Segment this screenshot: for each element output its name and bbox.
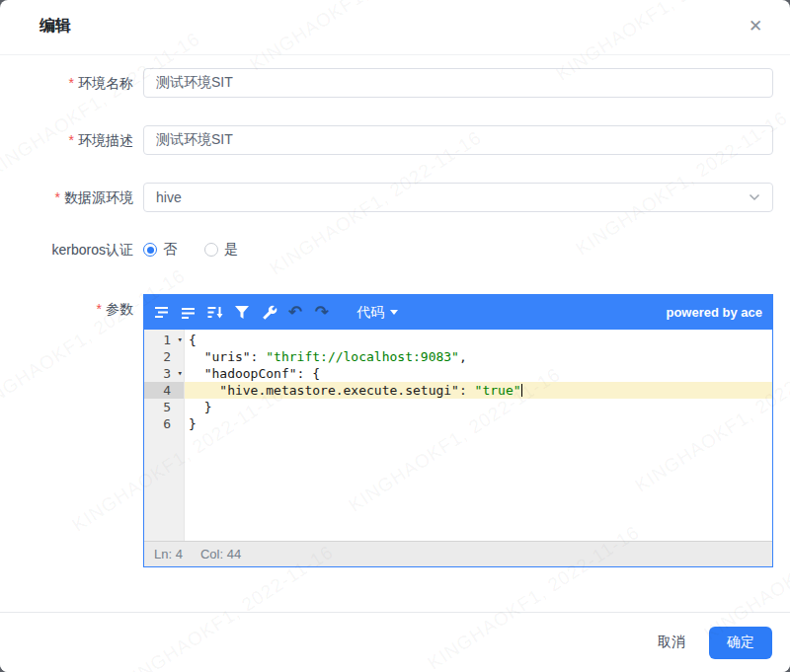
- dialog-footer: 取消 确定: [0, 612, 790, 672]
- compact-icon: [180, 304, 198, 321]
- env-desc-label: *环境描述: [0, 125, 133, 155]
- required-asterisk: *: [97, 301, 102, 317]
- format-button[interactable]: [150, 301, 174, 325]
- redo-icon: ↷: [315, 304, 329, 321]
- cancel-button[interactable]: 取消: [644, 626, 699, 659]
- sort-button[interactable]: [203, 301, 227, 325]
- form-row-env-name: *环境名称: [0, 68, 790, 98]
- redo-button[interactable]: ↷: [310, 301, 334, 325]
- dialog-title: 编辑: [40, 17, 71, 34]
- json-editor: ↶ ↷ 代码 powered by ace 1▾23▾456 {: [143, 294, 773, 567]
- wrench-icon: [260, 304, 277, 321]
- status-line: Ln: 4: [154, 547, 183, 561]
- kerberos-radio-group: 否 是: [143, 240, 773, 260]
- close-icon: ✕: [749, 16, 762, 37]
- gutter-line-number[interactable]: 4: [144, 382, 184, 399]
- code-line[interactable]: "hadoopConf": {: [185, 365, 772, 382]
- form-row-kerberos: kerboros认证 否 是: [0, 240, 790, 260]
- datasource-env-select[interactable]: hive: [143, 183, 773, 212]
- editor-body: 1▾23▾456 { "uris": "thrift://localhost:9…: [144, 330, 772, 541]
- form-row-params: *参数: [0, 294, 790, 567]
- sort-icon: [206, 304, 224, 321]
- edit-form: *环境名称 *环境描述 *数据源环境 hive: [0, 55, 790, 567]
- editor-toolbar: ↶ ↷ 代码 powered by ace: [144, 295, 772, 330]
- status-column: Col: 44: [200, 547, 241, 561]
- code-line[interactable]: }: [185, 399, 772, 415]
- fold-arrow-icon[interactable]: ▾: [178, 365, 183, 382]
- compact-button[interactable]: [177, 301, 200, 325]
- chevron-down-icon: [749, 193, 760, 201]
- editor-gutter[interactable]: 1▾23▾456: [144, 330, 185, 541]
- format-icon: [153, 304, 171, 321]
- gutter-line-number[interactable]: 5: [144, 399, 184, 415]
- form-row-env-desc: *环境描述: [0, 125, 790, 155]
- radio-option-yes[interactable]: 是: [204, 241, 238, 259]
- radio-unselected-icon: [204, 243, 218, 257]
- code-line[interactable]: {: [185, 332, 772, 348]
- required-asterisk: *: [55, 189, 60, 205]
- confirm-button[interactable]: 确定: [709, 627, 772, 659]
- env-name-input[interactable]: [143, 68, 773, 98]
- env-desc-input[interactable]: [143, 125, 773, 155]
- editor-content[interactable]: { "uris": "thrift://localhost:9083", "ha…: [185, 330, 772, 541]
- filter-icon: [233, 304, 251, 321]
- edit-dialog: KINGHAOKF1, 2022-11-16 KINGHAOKF1, 2022-…: [0, 0, 790, 672]
- gutter-line-number[interactable]: 2: [144, 348, 184, 365]
- radio-selected-icon: [143, 243, 157, 257]
- gutter-line-number[interactable]: 1▾: [144, 332, 184, 348]
- mode-select-button[interactable]: 代码: [351, 303, 404, 323]
- code-line[interactable]: }: [185, 415, 772, 432]
- text-cursor: [521, 384, 523, 397]
- params-label: *参数: [0, 294, 133, 324]
- powered-by-ace-link[interactable]: powered by ace: [666, 305, 762, 320]
- datasource-env-label: *数据源环境: [0, 183, 133, 212]
- code-line[interactable]: "uris": "thrift://localhost:9083",: [185, 348, 772, 365]
- radio-option-no[interactable]: 否: [143, 241, 177, 259]
- gutter-line-number[interactable]: 6: [144, 415, 184, 432]
- dialog-header: 编辑 ✕: [0, 0, 790, 55]
- filter-button[interactable]: [230, 301, 254, 325]
- code-line[interactable]: "hive.metastore.execute.setugi": "true": [185, 382, 772, 399]
- fold-arrow-icon[interactable]: ▾: [178, 332, 183, 348]
- undo-icon: ↶: [288, 304, 302, 321]
- required-asterisk: *: [69, 132, 74, 148]
- kerberos-label: kerboros认证: [0, 240, 133, 260]
- undo-button[interactable]: ↶: [283, 301, 307, 325]
- env-name-label: *环境名称: [0, 68, 133, 98]
- form-row-datasource-env: *数据源环境 hive: [0, 183, 790, 212]
- repair-button[interactable]: [257, 301, 280, 325]
- gutter-line-number[interactable]: 3▾: [144, 365, 184, 382]
- select-value: hive: [156, 189, 749, 205]
- editor-statusbar: Ln: 4 Col: 44: [144, 541, 772, 566]
- required-asterisk: *: [69, 75, 74, 91]
- caret-down-icon: [390, 310, 398, 315]
- close-button[interactable]: ✕: [743, 13, 768, 38]
